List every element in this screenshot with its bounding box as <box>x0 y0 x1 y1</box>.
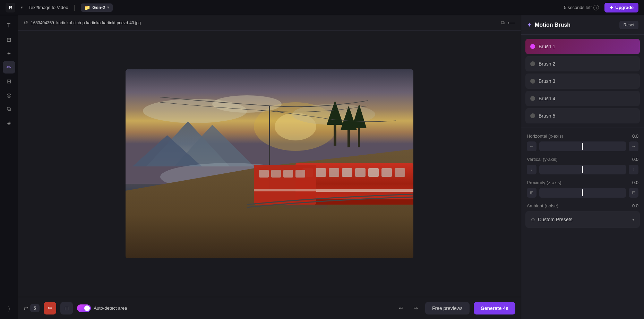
reset-button[interactable]: Reset <box>619 21 638 29</box>
svg-rect-27 <box>381 168 392 177</box>
right-panel: ✦ Motion Brush Reset Brush 1 Brush 2 Bru… <box>521 15 644 319</box>
vertical-slider-thumb <box>582 166 583 173</box>
toolbar-left: ⇄ 5 <box>24 304 40 312</box>
brush-label-5: Brush 5 <box>539 113 555 119</box>
brush-item-4[interactable]: Brush 4 <box>525 91 640 106</box>
sidebar-item-brush[interactable]: ✏ <box>3 61 15 74</box>
center-area: ↺ 1683404359_kartinkof-club-p-kartinka-k… <box>18 15 521 319</box>
auto-detect-toggle[interactable] <box>77 304 91 312</box>
horizontal-value: 0.0 <box>632 133 638 139</box>
svg-rect-10 <box>334 125 336 146</box>
image-container <box>18 31 521 297</box>
train-scene <box>126 69 413 258</box>
custom-presets-bar[interactable]: ⊙ Custom Presets ▾ <box>525 211 640 228</box>
horizontal-control: Horizontal (x-axis) 0.0 ← → <box>527 133 638 151</box>
sidebar-item-stack[interactable]: ◈ <box>3 117 15 129</box>
gen-selector[interactable]: 📁 Gen-2 ▾ <box>81 3 113 12</box>
vertical-label-row: Vertical (y-axis) 0.0 <box>527 157 638 162</box>
upgrade-button[interactable]: ✦ Upgrade <box>604 3 638 12</box>
vertical-up-arrow[interactable]: ↑ <box>629 165 638 174</box>
seconds-left: 5 seconds left i <box>564 5 599 10</box>
svg-rect-12 <box>347 130 350 147</box>
svg-rect-28 <box>395 168 405 177</box>
horizontal-slider-thumb <box>582 143 583 150</box>
ambient-value: 0.0 <box>632 203 638 208</box>
brush-dot-1 <box>530 44 535 49</box>
horizontal-slider-track[interactable] <box>539 141 626 151</box>
generate-button[interactable]: Generate 4s <box>474 302 515 314</box>
horizontal-left-arrow[interactable]: ← <box>527 141 536 151</box>
app-logo[interactable]: R <box>6 3 15 12</box>
brush-item-1[interactable]: Brush 1 <box>525 39 640 54</box>
proximity-control: Proximity (z-axis) 0.0 ⊞ ⊟ <box>527 180 638 198</box>
brush-item-2[interactable]: Brush 2 <box>525 56 640 71</box>
sidebar-item-collapse[interactable]: ⟩ <box>3 302 15 315</box>
svg-rect-36 <box>254 189 316 191</box>
panel-title: Motion Brush <box>535 22 617 28</box>
refresh-icon[interactable]: ↺ <box>24 19 28 26</box>
folder-icon: 📁 <box>84 5 90 10</box>
brush-dot-5 <box>530 113 535 118</box>
vertical-slider-row: ↓ ↑ <box>527 165 638 174</box>
svg-rect-14 <box>358 128 360 147</box>
vertical-down-arrow[interactable]: ↓ <box>527 165 536 174</box>
proximity-slider-track[interactable] <box>539 188 626 198</box>
proximity-grid-right-icon[interactable]: ⊟ <box>629 188 638 198</box>
vertical-label: Vertical (y-axis) <box>527 157 558 162</box>
svg-rect-32 <box>259 170 269 178</box>
copy-icon[interactable]: ⧉ <box>501 20 505 26</box>
proximity-slider-row: ⊞ ⊟ <box>527 188 638 198</box>
svg-rect-34 <box>283 170 293 178</box>
sidebar-item-magic[interactable]: ✦ <box>3 47 15 60</box>
proximity-value: 0.0 <box>632 180 638 185</box>
sidebar-item-layers[interactable]: ⧉ <box>3 103 15 115</box>
horizontal-right-arrow[interactable]: → <box>629 141 638 151</box>
brush-item-5[interactable]: Brush 5 <box>525 108 640 123</box>
app-title: Text/Image to Video <box>28 5 68 10</box>
proximity-label: Proximity (z-axis) <box>527 180 561 185</box>
proximity-grid-left-icon[interactable]: ⊞ <box>527 188 536 198</box>
svg-rect-25 <box>355 168 366 177</box>
free-previews-button[interactable]: Free previews <box>425 302 470 314</box>
upgrade-star-icon: ✦ <box>609 5 613 10</box>
main-content: T ⊞ ✦ ✏ ⊟ ◎ ⧉ ◈ ⟩ ↺ 1683404359_kartinkof… <box>0 15 644 319</box>
horizontal-slider-row: ← → <box>527 141 638 151</box>
custom-presets-label: Custom Presets <box>538 217 573 222</box>
bottom-toolbar: ⇄ 5 ✏ ◻ Auto-detect area ↩ ↪ Free previe… <box>18 297 521 319</box>
proximity-label-row: Proximity (z-axis) 0.0 <box>527 180 638 185</box>
redo-button[interactable]: ↪ <box>411 303 421 313</box>
horizontal-label-row: Horizontal (x-axis) 0.0 <box>527 133 638 139</box>
collapse-icon[interactable]: ⟵ <box>507 19 515 26</box>
brush-tool-button[interactable]: ✏ <box>44 302 56 314</box>
sidebar-item-grid[interactable]: ⊟ <box>3 75 15 87</box>
brush-list: Brush 1 Brush 2 Brush 3 Brush 4 Brush 5 <box>521 35 644 128</box>
brush-dot-4 <box>530 96 535 101</box>
image-filename: 1683404359_kartinkof-club-p-kartinka-kar… <box>31 20 498 25</box>
brush-label-3: Brush 3 <box>539 78 555 84</box>
brush-label-2: Brush 2 <box>539 61 555 67</box>
svg-rect-35 <box>295 170 305 178</box>
auto-detect-label: Auto-detect area <box>94 305 127 311</box>
undo-button[interactable]: ↩ <box>396 303 406 313</box>
ambient-row: Ambient (noise) 0.0 <box>521 203 644 211</box>
sidebar-item-adjust[interactable]: ⊞ <box>3 33 15 46</box>
panel-header: ✦ Motion Brush Reset <box>521 15 644 35</box>
divider: | <box>74 4 76 11</box>
brush-item-3[interactable]: Brush 3 <box>525 74 640 89</box>
upgrade-label: Upgrade <box>615 5 634 10</box>
svg-rect-23 <box>329 168 339 177</box>
vertical-value: 0.0 <box>632 157 638 162</box>
brush-dot-2 <box>530 61 535 66</box>
horizontal-label: Horizontal (x-axis) <box>527 133 563 139</box>
svg-rect-24 <box>342 168 352 177</box>
info-icon[interactable]: i <box>593 5 599 10</box>
svg-rect-22 <box>316 168 326 177</box>
arrows-icon: ⇄ <box>24 305 28 311</box>
svg-rect-26 <box>368 168 379 177</box>
motion-brush-icon: ✦ <box>527 21 532 29</box>
vertical-slider-track[interactable] <box>539 165 626 174</box>
eraser-button[interactable]: ◻ <box>60 302 73 314</box>
gen-chevron: ▾ <box>107 5 109 10</box>
sidebar-item-text[interactable]: T <box>3 19 15 32</box>
sidebar-item-circle[interactable]: ◎ <box>3 89 15 101</box>
